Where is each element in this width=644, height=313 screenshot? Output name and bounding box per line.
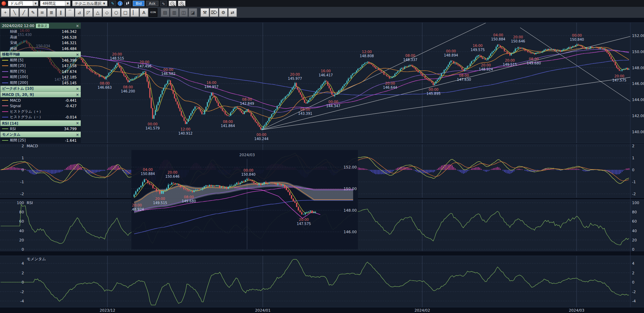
svg-text:141.864: 141.864 xyxy=(221,124,235,128)
close-icon[interactable]: × xyxy=(76,121,79,125)
svg-text:00:00: 00:00 xyxy=(257,133,267,137)
svg-text:20: 20 xyxy=(19,238,24,242)
svg-text:146.200: 146.200 xyxy=(121,89,135,93)
app-logo-icon xyxy=(1,1,6,6)
eraser-tool[interactable]: ⌦ xyxy=(210,8,218,17)
svg-text:145.895: 145.895 xyxy=(426,92,440,96)
parallel-lines-tool[interactable]: ∥ xyxy=(56,8,65,17)
close-icon[interactable]: × xyxy=(76,133,79,137)
arc-tool[interactable]: ⌒ xyxy=(66,8,74,17)
svg-text:00:00: 00:00 xyxy=(164,68,173,72)
legend-label: 高値 xyxy=(10,35,17,40)
horizontal-line-tool[interactable]: ≡ xyxy=(38,8,47,17)
svg-text:16:00: 16:00 xyxy=(207,81,217,85)
legend-panel: 2024/02/02 12:00 最新足 × 始値146.342高値146.52… xyxy=(0,23,81,143)
indicator-section-header: 移動平均線× xyxy=(0,51,81,57)
svg-text:100: 100 xyxy=(17,201,24,205)
svg-text:148.00: 148.00 xyxy=(632,66,644,70)
svg-text:-1: -1 xyxy=(20,180,24,184)
corner-triangle-tool[interactable]: ◸ xyxy=(84,8,93,17)
svg-text:16:00: 16:00 xyxy=(473,44,483,48)
indicator-title: モメンタム xyxy=(2,132,21,137)
close-icon[interactable]: × xyxy=(76,92,79,97)
svg-text:-4: -4 xyxy=(20,299,24,303)
chevron-down-icon[interactable]: ▼ xyxy=(65,1,70,6)
fibonacci-tool[interactable]: ≣ xyxy=(47,8,56,17)
icon-stamp-tool[interactable]: ICON xyxy=(149,8,157,17)
zoom-in-button[interactable]: + xyxy=(178,1,185,6)
svg-text:20:00: 20:00 xyxy=(481,63,491,67)
svg-text:140.244: 140.244 xyxy=(254,137,268,141)
wrench-tool[interactable]: ⚒ xyxy=(201,8,209,17)
legend-value: 146.342 xyxy=(62,29,77,34)
ray-tool[interactable]: ╱ xyxy=(20,8,28,17)
add-tool[interactable]: ＋ xyxy=(1,8,10,17)
svg-text:4: 4 xyxy=(22,261,24,266)
svg-text:141.579: 141.579 xyxy=(145,126,159,130)
rectangle-tool[interactable]: □ xyxy=(121,8,130,17)
svg-text:0: 0 xyxy=(22,168,24,172)
bid-toggle-button[interactable]: Bid xyxy=(133,1,144,6)
trendline-tool[interactable]: ╲ xyxy=(10,8,19,17)
top-toolbar: ドル/円 ▼ 4時間足 ▼ テクニカル選択 ▼ ✎ i Bid Ask ∿ − … xyxy=(0,0,644,7)
svg-text:00:00: 00:00 xyxy=(329,100,338,104)
timeframe-select[interactable]: 4時間足 ▼ xyxy=(40,1,70,6)
legend-label: ヒストグラム（－） xyxy=(10,115,43,120)
close-icon[interactable]: × xyxy=(76,52,79,57)
svg-text:-2: -2 xyxy=(20,192,24,196)
split-square-tool: ◫ xyxy=(179,8,188,17)
svg-text:152.00: 152.00 xyxy=(632,34,644,38)
candle-style-button[interactable] xyxy=(124,1,131,6)
hatch-shape-tool: ▥ xyxy=(170,8,179,17)
svg-text:20:00: 20:00 xyxy=(168,171,178,174)
chart-popup-2024-03[interactable]: 152.00150.00148.00146.002024/0304:00150.… xyxy=(131,150,358,249)
legend-label: 期間 [200] xyxy=(10,80,28,85)
gann-fan-tool[interactable]: ⊿ xyxy=(75,8,83,17)
svg-text:0: 0 xyxy=(22,247,24,252)
legend-value-row: 安値146.321 xyxy=(0,40,81,46)
svg-text:147.575: 147.575 xyxy=(297,222,311,226)
indicator-section-header: モメンタム× xyxy=(0,132,81,137)
chevron-down-icon[interactable]: ▼ xyxy=(33,1,38,6)
svg-text:140.00: 140.00 xyxy=(632,130,644,134)
legend-label: 安値 xyxy=(10,40,17,45)
draw-toolbar: ＋╲╱✎≡≣∥⌒⊿◸△◇○□▏AICON▤▥◫◪⚒⌦⚙⇄ xyxy=(0,7,644,18)
line-color-swatch xyxy=(2,128,8,129)
circle-tool[interactable]: ○ xyxy=(112,8,120,17)
close-icon[interactable]: × xyxy=(76,87,79,91)
svg-text:148.515: 148.515 xyxy=(110,57,124,60)
triangle-tool[interactable]: △ xyxy=(93,8,102,17)
svg-text:00:00: 00:00 xyxy=(446,49,456,53)
indicator-section-header: MACD [5, 20, 9]× xyxy=(0,91,81,97)
close-icon[interactable]: × xyxy=(76,24,79,28)
svg-text:00:00: 00:00 xyxy=(148,122,158,126)
svg-text:144.957: 144.957 xyxy=(204,85,218,89)
text-tool[interactable]: A xyxy=(140,8,148,17)
svg-text:146.663: 146.663 xyxy=(98,86,112,89)
technical-select-button[interactable]: テクニカル選択 ▼ xyxy=(72,1,107,6)
svg-text:08:00: 08:00 xyxy=(123,85,133,89)
currency-pair-value: ドル/円 xyxy=(8,1,33,6)
latest-bar-badge[interactable]: 最新足 xyxy=(36,24,49,28)
legend-value: -0.427 xyxy=(65,104,77,108)
transfer-tool[interactable]: ⇄ xyxy=(228,8,237,17)
svg-text:2: 2 xyxy=(22,144,24,148)
info-button[interactable]: i xyxy=(118,1,123,6)
draw-mode-button[interactable]: ✎ xyxy=(109,1,116,6)
ask-toggle-button[interactable]: Ask xyxy=(146,1,158,6)
line-style-button[interactable]: ∿ xyxy=(160,1,167,6)
svg-text:-2: -2 xyxy=(632,290,636,294)
svg-text:146.00: 146.00 xyxy=(344,230,357,234)
pencil-tool[interactable]: ✎ xyxy=(29,8,37,17)
currency-pair-select[interactable]: ドル/円 ▼ xyxy=(8,1,38,6)
vertical-line-tool[interactable]: ▏ xyxy=(130,8,139,17)
svg-text:00:00: 00:00 xyxy=(572,34,582,37)
diamond-tool[interactable]: ◇ xyxy=(103,8,111,17)
legend-value-row: 終値146.484 xyxy=(0,46,81,52)
zoom-out-button[interactable]: − xyxy=(169,1,176,6)
svg-text:20:00: 20:00 xyxy=(155,197,165,201)
legend-value-row: ヒストグラム（－）-0.014 xyxy=(0,114,81,120)
corner-square-tool: ◪ xyxy=(189,8,197,17)
svg-text:20:00: 20:00 xyxy=(132,203,142,207)
gear-tool[interactable]: ⚙ xyxy=(219,8,228,17)
